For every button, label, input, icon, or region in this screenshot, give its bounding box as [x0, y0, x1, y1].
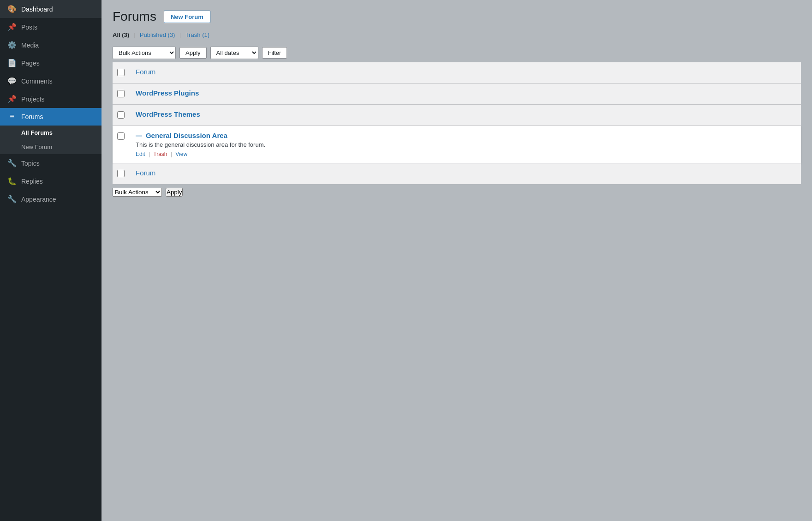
sidebar-label-topics: Topics — [21, 160, 40, 167]
sidebar-item-dashboard[interactable]: 🎨 Dashboard — [0, 0, 102, 18]
table-row: Forum — [113, 163, 801, 185]
sidebar-label-comments: Comments — [21, 78, 53, 85]
row-checkbox-3[interactable] — [117, 111, 125, 119]
sidebar-label-forums: Forums — [21, 113, 43, 120]
forum-name-link-1[interactable]: Forum — [136, 68, 155, 76]
topics-icon: 🔧 — [7, 159, 17, 168]
sidebar: 🎨 Dashboard 📌 Posts ⚙️ Media 📄 Pages 💬 C… — [0, 0, 102, 521]
dashboard-icon: 🎨 — [7, 5, 17, 13]
posts-icon: 📌 — [7, 23, 17, 31]
sidebar-item-media[interactable]: ⚙️ Media — [0, 36, 102, 54]
row-checkbox-2[interactable] — [117, 90, 125, 97]
table-row: WordPress Themes — [113, 105, 801, 126]
sidebar-label-pages: Pages — [21, 60, 40, 67]
table-row: WordPress Plugins — [113, 84, 801, 105]
sidebar-forums-submenu: All Forums New Forum — [0, 126, 102, 154]
sidebar-label-posts: Posts — [21, 24, 37, 31]
sidebar-label-appearance: Appearance — [21, 196, 56, 203]
filter-trash[interactable]: Trash (1) — [185, 31, 209, 38]
view-link-4[interactable]: View — [175, 151, 187, 157]
table-row: Forum — [113, 62, 801, 84]
table-row-highlighted: — General Discussion Area This is the ge… — [113, 126, 801, 163]
sidebar-item-pages[interactable]: 📄 Pages — [0, 54, 102, 72]
row-checkbox-1[interactable] — [117, 69, 125, 76]
sidebar-item-projects[interactable]: 📌 Projects — [0, 90, 102, 108]
sidebar-label-projects: Projects — [21, 96, 45, 103]
all-dates-select[interactable]: All dates — [210, 47, 258, 59]
apply-button-top[interactable]: Apply — [179, 47, 207, 59]
main-content: Forums New Forum All (3) | Published (3)… — [102, 0, 812, 521]
sidebar-item-appearance[interactable]: 🔧 Appearance — [0, 190, 102, 208]
new-forum-button[interactable]: New Forum — [164, 11, 210, 23]
sidebar-label-media: Media — [21, 42, 39, 49]
sidebar-item-topics[interactable]: 🔧 Topics — [0, 154, 102, 172]
apply-button-bottom[interactable]: Apply — [166, 188, 183, 197]
page-title: Forums — [113, 9, 156, 24]
sidebar-sub-all-forums[interactable]: All Forums — [0, 126, 102, 140]
forum-name-link-3[interactable]: WordPress Themes — [136, 110, 200, 118]
forums-icon: ≡ — [7, 113, 17, 121]
filter-links: All (3) | Published (3) | Trash (1) — [113, 31, 801, 38]
filter-published[interactable]: Published (3) — [140, 31, 177, 38]
filter-button[interactable]: Filter — [262, 47, 287, 59]
sidebar-item-posts[interactable]: 📌 Posts — [0, 18, 102, 36]
bottom-toolbar: Bulk Actions Move to Trash Apply — [113, 184, 801, 200]
forum-name-row-4: — General Discussion Area — [136, 132, 796, 139]
filter-all[interactable]: All (3) — [113, 31, 131, 38]
edit-link-4[interactable]: Edit — [136, 151, 145, 157]
bulk-actions-select-top[interactable]: Bulk Actions Move to Trash — [113, 47, 176, 59]
trash-link-4[interactable]: Trash — [153, 151, 167, 157]
row-checkbox-4[interactable] — [117, 132, 125, 140]
forum-name-link-2[interactable]: WordPress Plugins — [136, 89, 199, 97]
projects-icon: 📌 — [7, 95, 17, 103]
replies-icon: 🐛 — [7, 177, 17, 186]
forums-table: Forum WordPress Plugins WordPress Themes — [113, 62, 801, 184]
pages-icon: 📄 — [7, 59, 17, 67]
forum-description-4: This is the general discussion area for … — [136, 141, 796, 148]
row-checkbox-5[interactable] — [117, 170, 125, 177]
sidebar-item-comments[interactable]: 💬 Comments — [0, 72, 102, 90]
forum-dash: — — [136, 132, 142, 139]
sidebar-label-dashboard: Dashboard — [21, 6, 53, 13]
top-toolbar: Bulk Actions Move to Trash Apply All dat… — [113, 44, 801, 62]
appearance-icon: 🔧 — [7, 195, 17, 204]
row-actions-4: Edit | Trash | View — [136, 151, 796, 157]
sidebar-item-forums[interactable]: ≡ Forums — [0, 108, 102, 126]
sidebar-item-replies[interactable]: 🐛 Replies — [0, 172, 102, 190]
sidebar-label-replies: Replies — [21, 178, 43, 185]
page-header: Forums New Forum — [113, 9, 801, 24]
bulk-actions-select-bottom[interactable]: Bulk Actions Move to Trash — [113, 188, 162, 197]
comments-icon: 💬 — [7, 77, 17, 85]
sidebar-sub-new-forum[interactable]: New Forum — [0, 140, 102, 154]
forum-name-link-5[interactable]: Forum — [136, 169, 155, 177]
forum-name-link-4[interactable]: General Discussion Area — [146, 132, 227, 139]
media-icon: ⚙️ — [7, 41, 17, 49]
